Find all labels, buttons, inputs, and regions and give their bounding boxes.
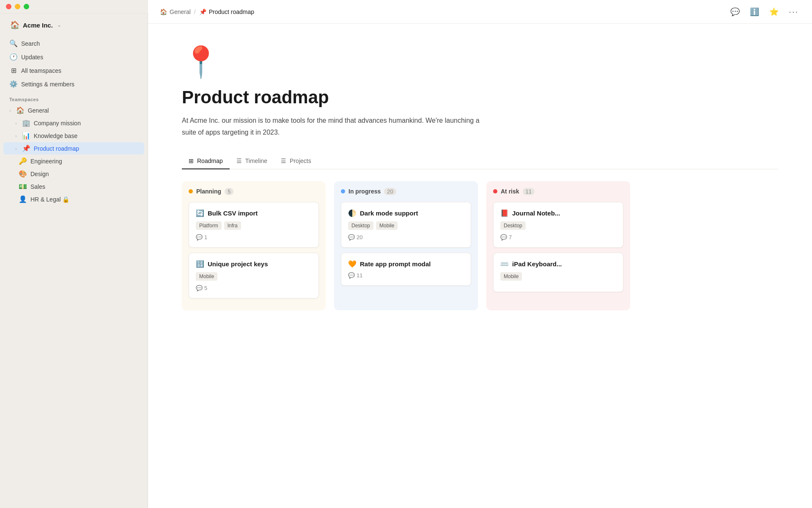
nav-label-updates: Updates [21, 54, 138, 61]
tag-infra: Infra [224, 221, 241, 230]
nav-icon-settings: ⚙️ [9, 80, 18, 88]
card-title-text-dark-mode: Dark mode support [360, 210, 418, 217]
ts-label-hr-legal: HR & Legal 🔒 [30, 196, 69, 203]
tab-roadmap[interactable]: ⊞ Roadmap [182, 153, 230, 169]
tab-timeline[interactable]: ☰ Timeline [230, 153, 274, 169]
ts-label-product-roadmap: Product roadmap [34, 145, 79, 152]
card-rate-app[interactable]: 🧡 Rate app prompt modal 💬 11 [341, 253, 471, 286]
breadcrumb-current-label: Product roadmap [209, 8, 254, 15]
board-column-atrisk: At risk 11 📕 Journal Noteb... Desktop 💬 … [486, 181, 630, 310]
workspace-name: Acme Inc. [23, 22, 53, 29]
column-dot-atrisk [493, 189, 497, 193]
column-header-planning: Planning 5 [189, 188, 319, 195]
tab-label-roadmap: Roadmap [197, 157, 223, 164]
tab-icon-timeline: ☰ [236, 157, 242, 164]
traffic-light-yellow[interactable] [15, 4, 20, 9]
sidebar-nav-search[interactable]: 🔍 Search [3, 37, 144, 50]
tab-icon-projects: ☰ [281, 157, 286, 164]
ts-label-sales: Sales [30, 183, 45, 190]
breadcrumb-general[interactable]: 🏠 General [160, 8, 191, 15]
breadcrumb-general-icon: 🏠 [160, 8, 167, 15]
breadcrumb-general-label: General [170, 8, 191, 15]
card-unique-project-keys[interactable]: 🔢 Unique project keys Mobile 💬 5 [189, 253, 319, 298]
card-comments-unique-project-keys: 💬 5 [196, 285, 312, 291]
teamspace-items: › 🏠 General › 🏢 Company mission › 📊 Know… [0, 104, 148, 206]
card-ipad-keyboard[interactable]: ⌨️ iPad Keyboard... Mobile [493, 253, 623, 292]
sidebar-item-product-roadmap[interactable]: › 📌 Product roadmap [3, 142, 144, 155]
card-tags-unique-project-keys: Mobile [196, 272, 312, 281]
ts-icon-design: 🎨 [19, 170, 27, 178]
card-icon-ipad-keyboard: ⌨️ [500, 260, 509, 268]
nav-icon-updates: 🕐 [9, 53, 18, 61]
workspace-header[interactable]: 🏠 Acme Inc. ⌄ [3, 15, 144, 35]
comments-icon[interactable]: 💬 [729, 6, 741, 18]
workspace-chevron-icon: ⌄ [57, 22, 61, 28]
card-title-unique-project-keys: 🔢 Unique project keys [196, 260, 312, 268]
tag-mobile: Mobile [196, 272, 217, 281]
tag-mobile: Mobile [376, 221, 398, 230]
sidebar-item-sales[interactable]: 💵 Sales [3, 180, 144, 193]
main-content: 🏠 General / 📌 Product roadmap 💬 ℹ️ ⭐ ···… [148, 0, 812, 508]
card-journal-notebook[interactable]: 📕 Journal Noteb... Desktop 💬 7 [493, 202, 623, 248]
comment-count-dark-mode: 20 [357, 234, 362, 240]
breadcrumb-product-roadmap[interactable]: 📌 Product roadmap [199, 8, 254, 15]
card-bulk-csv[interactable]: 🔄 Bulk CSV import PlatformInfra 💬 1 [189, 202, 319, 248]
sidebar: 🏠 Acme Inc. ⌄ 🔍 Search 🕐 Updates ⊞ All t… [0, 0, 148, 508]
card-comments-journal-notebook: 💬 7 [500, 234, 616, 240]
chevron-product-roadmap: › [15, 146, 17, 151]
sidebar-item-engineering[interactable]: 🔑 Engineering [3, 155, 144, 167]
chevron-general: › [9, 108, 11, 113]
tab-label-projects: Projects [290, 157, 311, 164]
traffic-light-red[interactable] [6, 4, 11, 9]
ts-label-knowledge-base: Knowledge base [34, 133, 78, 139]
more-icon[interactable]: ··· [787, 5, 800, 18]
info-icon[interactable]: ℹ️ [748, 6, 761, 18]
breadcrumb-current-icon: 📌 [199, 8, 206, 15]
tab-icon-roadmap: ⊞ [189, 157, 194, 164]
sidebar-item-hr-legal[interactable]: 👤 HR & Legal 🔒 [3, 193, 144, 205]
sidebar-nav-updates[interactable]: 🕐 Updates [3, 50, 144, 64]
workspace-icon: 🏠 [10, 20, 19, 30]
card-icon-unique-project-keys: 🔢 [196, 260, 204, 268]
star-icon[interactable]: ⭐ [768, 6, 780, 18]
tag-mobile: Mobile [500, 272, 522, 281]
traffic-light-green[interactable] [24, 4, 29, 9]
comment-count-bulk-csv: 1 [204, 234, 207, 240]
ts-label-design: Design [30, 171, 49, 177]
nav-icon-all-teamspaces: ⊞ [9, 66, 18, 75]
sidebar-item-general[interactable]: › 🏠 General [3, 104, 144, 116]
page-emoji: 📍 [182, 44, 778, 80]
sidebar-nav-settings[interactable]: ⚙️ Settings & members [3, 77, 144, 91]
card-title-ipad-keyboard: ⌨️ iPad Keyboard... [500, 260, 616, 268]
column-title-inprogress: In progress [348, 188, 381, 195]
topbar: 🏠 General / 📌 Product roadmap 💬 ℹ️ ⭐ ··· [148, 0, 812, 24]
chevron-company-mission: › [15, 121, 17, 126]
sidebar-item-design[interactable]: 🎨 Design [3, 168, 144, 180]
card-tags-dark-mode: DesktopMobile [348, 221, 464, 230]
comment-count-journal-notebook: 7 [509, 234, 512, 240]
ts-icon-general: 🏠 [16, 106, 25, 114]
comment-count-rate-app: 11 [357, 272, 362, 279]
card-title-rate-app: 🧡 Rate app prompt modal [348, 260, 464, 268]
board-column-planning: Planning 5 🔄 Bulk CSV import PlatformInf… [182, 181, 326, 310]
sidebar-item-knowledge-base[interactable]: › 📊 Knowledge base [3, 130, 144, 142]
breadcrumb-separator: / [194, 8, 196, 15]
tab-projects[interactable]: ☰ Projects [274, 153, 318, 169]
column-count-inprogress: 20 [384, 188, 396, 195]
card-dark-mode[interactable]: 🌓 Dark mode support DesktopMobile 💬 20 [341, 202, 471, 248]
comment-icon-bulk-csv: 💬 [196, 234, 203, 240]
card-icon-journal-notebook: 📕 [500, 209, 509, 217]
page-description: At Acme Inc. our mission is to make tool… [182, 115, 486, 138]
tabs: ⊞ Roadmap ☰ Timeline ☰ Projects [182, 153, 778, 169]
column-dot-inprogress [341, 189, 345, 193]
card-tags-bulk-csv: PlatformInfra [196, 221, 312, 230]
card-title-text-unique-project-keys: Unique project keys [208, 260, 268, 268]
column-header-atrisk: At risk 11 [493, 188, 623, 195]
ts-icon-engineering: 🔑 [19, 157, 27, 165]
tag-platform: Platform [196, 221, 222, 230]
ts-icon-knowledge-base: 📊 [22, 132, 30, 140]
sidebar-item-company-mission[interactable]: › 🏢 Company mission [3, 117, 144, 129]
tag-desktop: Desktop [348, 221, 373, 230]
column-header-inprogress: In progress 20 [341, 188, 471, 195]
sidebar-nav-all-teamspaces[interactable]: ⊞ All teamspaces [3, 64, 144, 77]
